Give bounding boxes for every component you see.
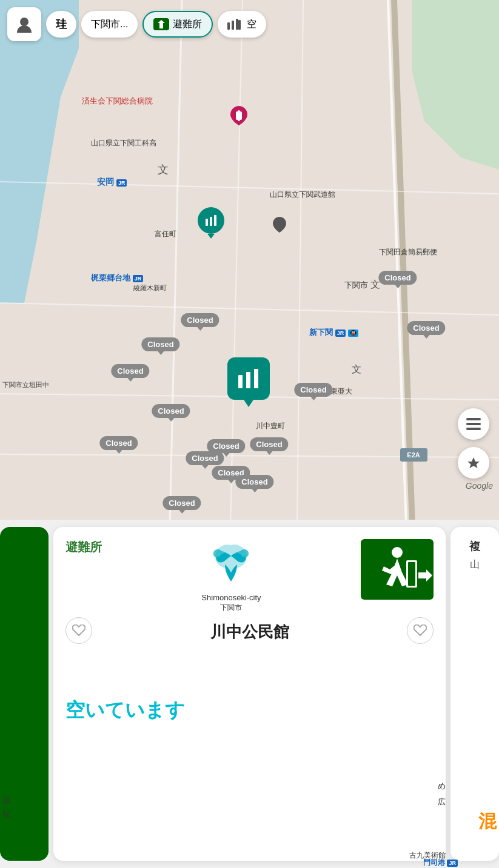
svg-rect-22 [466, 423, 481, 425]
pin-closed-4[interactable]: Closed [378, 271, 417, 285]
svg-point-24 [20, 18, 28, 26]
svg-rect-19 [246, 372, 250, 388]
bottom-left-labels: 脂 杖 [2, 795, 10, 820]
top-bar: 珪 下関市... 避難所 空 [7, 7, 492, 41]
svg-rect-18 [238, 375, 243, 388]
svg-rect-27 [227, 22, 230, 30]
right-card-text1: 複 [469, 539, 480, 554]
bottom-label-me: め [438, 781, 446, 792]
pin-closed-14[interactable]: Closed [162, 496, 201, 510]
svg-rect-30 [238, 20, 241, 30]
svg-rect-15 [206, 219, 208, 226]
svg-point-26 [160, 25, 162, 27]
pin-closed-1[interactable]: Closed [181, 313, 219, 327]
pin-closed-3[interactable]: Closed [111, 364, 149, 378]
bottom-label-1: 脂 [2, 795, 10, 806]
pin-closed-13[interactable]: Closed [235, 475, 273, 489]
svg-rect-20 [254, 369, 258, 388]
evac-icon-btn [153, 18, 169, 30]
moji-label: 門司港 JR [423, 858, 458, 868]
city-logo: Shimonoseki-city 下関市 [201, 539, 261, 612]
crowd-filter-button[interactable]: 空 [218, 11, 266, 38]
pin-closed-5[interactable]: Closed [407, 321, 445, 335]
location-filter-button[interactable]: 下関市... [81, 11, 138, 38]
status-text: 空いています [65, 697, 434, 724]
city-name-en: Shimonoseki-city 下関市 [201, 593, 261, 612]
bottom-label-hiro: 広 [438, 797, 446, 807]
pin-small-teal[interactable] [198, 207, 224, 234]
fav-button-right[interactable] [407, 617, 434, 644]
facility-name: 川中公民館 [92, 621, 407, 643]
svg-rect-16 [210, 217, 212, 226]
pin-closed-7[interactable]: Closed [99, 436, 138, 450]
bottom-label-2: 杖 [2, 809, 10, 820]
card-left-col: 避難所 [65, 539, 102, 555]
svg-rect-23 [466, 428, 481, 430]
svg-point-33 [392, 547, 403, 558]
filter-button[interactable]: 珪 [46, 11, 76, 38]
pin-selected-large[interactable] [227, 357, 270, 400]
map-controls [458, 408, 489, 479]
svg-rect-28 [232, 21, 234, 30]
location-filter-text: 下関市... [91, 18, 128, 31]
mixed-status: 混 [478, 809, 499, 834]
card-top-row: 避難所 Shimonoseki-city 下関市 [65, 539, 434, 612]
location-button[interactable] [458, 447, 489, 479]
map-container: E2A 済生会下関総合病院 山口県立下関工科高 文 安岡 JR 富任町 梶栗郷台… [0, 0, 499, 527]
svg-rect-21 [466, 418, 481, 420]
evacuation-sign-large [361, 539, 434, 602]
svg-rect-29 [236, 19, 238, 30]
card-title-row: 川中公民館 [65, 617, 434, 646]
hinanjo-label: 避難所 [65, 539, 102, 555]
filter-label: 珪 [56, 17, 67, 31]
right-card-text2: 山 [470, 558, 480, 571]
pin-closed-6[interactable]: Closed [294, 383, 332, 397]
svg-rect-17 [214, 215, 216, 226]
pin-closed-9[interactable]: Closed [186, 451, 224, 465]
evac-sign-svg [361, 539, 434, 600]
list-view-button[interactable] [458, 408, 489, 440]
profile-button[interactable] [7, 7, 41, 41]
pin-closed-11[interactable]: Closed [250, 437, 288, 451]
city-logo-svg [204, 539, 258, 591]
evacuation-filter-button[interactable]: 避難所 [142, 11, 213, 38]
card-spacer [65, 651, 434, 687]
card-main: 避難所 Shimonoseki-city 下関市 [53, 527, 446, 861]
google-watermark: Google [466, 481, 493, 491]
bottom-panel: 避難所 Shimonoseki-city 下関市 [0, 520, 499, 868]
evacuation-btn-label: 避難所 [173, 18, 202, 31]
svg-rect-35 [408, 562, 415, 586]
crowd-btn-label: 空 [247, 18, 256, 31]
fav-button-left[interactable] [65, 617, 92, 644]
svg-text:E2A: E2A [407, 451, 420, 459]
bottom-right-labels: め 広 [438, 781, 446, 807]
pin-closed-2[interactable]: Closed [141, 337, 179, 351]
pin-closed-10[interactable]: Closed [207, 439, 245, 453]
pin-closed-8[interactable]: Closed [152, 404, 190, 418]
